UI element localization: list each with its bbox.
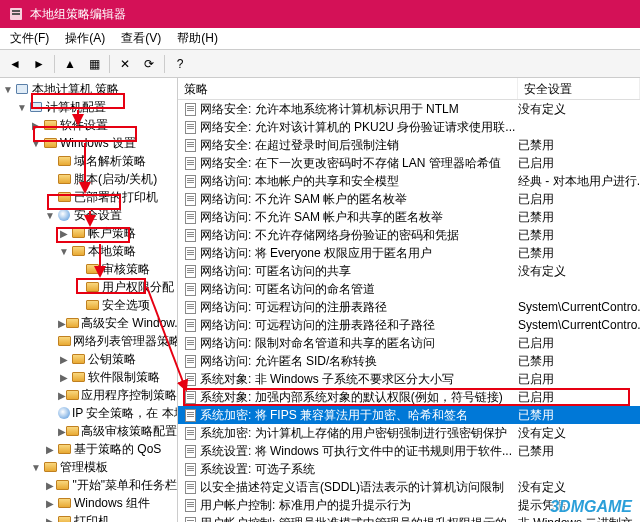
policy-icon <box>182 336 198 350</box>
expand-icon[interactable]: ▶ <box>44 444 56 455</box>
expand-icon[interactable]: ▶ <box>58 390 66 401</box>
list-row[interactable]: 系统设置: 将 Windows 可执行文件中的证书规则用于软件...已禁用 <box>178 442 640 460</box>
tree-pane[interactable]: ▼本地计算机 策略▼计算机配置▶软件设置▼Windows 设置域名解析策略脚本(… <box>0 78 178 522</box>
tree-item[interactable]: IP 安全策略，在 本地 <box>0 404 177 422</box>
expand-icon[interactable]: ▶ <box>58 228 70 239</box>
expand-icon[interactable]: ▼ <box>30 138 42 149</box>
expand-icon[interactable]: ▼ <box>44 210 56 221</box>
policy-name: 网络访问: 不允许 SAM 帐户的匿名枚举 <box>200 191 518 208</box>
expand-icon[interactable]: ▶ <box>30 120 42 131</box>
list-row[interactable]: 系统设置: 可选子系统 <box>178 460 640 478</box>
policy-value: 非 Windows 二进制文... <box>518 515 640 523</box>
expand-icon[interactable]: ▼ <box>30 462 42 473</box>
help-button[interactable]: ? <box>169 53 191 75</box>
tree-item[interactable]: ▼计算机配置 <box>0 98 177 116</box>
col-header-policy[interactable]: 策略 <box>178 78 518 99</box>
list-row[interactable]: 网络访问: 允许匿名 SID/名称转换已禁用 <box>178 352 640 370</box>
tree-item[interactable]: ▶"开始"菜单和任务栏 <box>0 476 177 494</box>
tree-item[interactable]: ▼管理模板 <box>0 458 177 476</box>
policy-icon <box>182 408 198 422</box>
list-pane[interactable]: 策略 安全设置 网络安全: 允许本地系统将计算机标识用于 NTLM没有定义网络安… <box>178 78 640 522</box>
tree-item[interactable]: ▶高级安全 Window... <box>0 314 177 332</box>
expand-icon[interactable]: ▶ <box>58 372 70 383</box>
list-row[interactable]: 网络访问: 可远程访问的注册表路径System\CurrentContro... <box>178 298 640 316</box>
tree-item[interactable]: ▼本地计算机 策略 <box>0 80 177 98</box>
list-row[interactable]: 系统对象: 非 Windows 子系统不要求区分大小写已启用 <box>178 370 640 388</box>
export-button[interactable]: ✕ <box>114 53 136 75</box>
tree-item[interactable]: 脚本(启动/关机) <box>0 170 177 188</box>
tree-item[interactable]: ▶Windows 组件 <box>0 494 177 512</box>
list-row[interactable]: 以安全描述符定义语言(SDDL)语法表示的计算机访问限制没有定义 <box>178 478 640 496</box>
separator <box>164 55 165 73</box>
tree-item[interactable]: 审核策略 <box>0 260 177 278</box>
window-title: 本地组策略编辑器 <box>30 6 126 23</box>
expand-icon[interactable]: ▼ <box>2 84 14 95</box>
tree-label: Windows 设置 <box>60 135 136 152</box>
list-row[interactable]: 系统加密: 为计算机上存储的用户密钥强制进行强密钥保护没有定义 <box>178 424 640 442</box>
tree-label: 管理模板 <box>60 459 108 476</box>
list-row[interactable]: 网络访问: 将 Everyone 权限应用于匿名用户已禁用 <box>178 244 640 262</box>
list-row[interactable]: 网络访问: 可匿名访问的命名管道 <box>178 280 640 298</box>
refresh-button[interactable]: ⟳ <box>138 53 160 75</box>
menu-help[interactable]: 帮助(H) <box>171 28 224 49</box>
expand-icon[interactable]: ▶ <box>58 426 66 437</box>
list-row[interactable]: 网络访问: 可匿名访问的共享没有定义 <box>178 262 640 280</box>
back-button[interactable]: ◄ <box>4 53 26 75</box>
forward-button[interactable]: ► <box>28 53 50 75</box>
expand-icon[interactable]: ▼ <box>16 102 28 113</box>
expand-icon[interactable]: ▶ <box>44 516 56 523</box>
tree-item[interactable]: 已部署的打印机 <box>0 188 177 206</box>
list-row[interactable]: 系统对象: 加强内部系统对象的默认权限(例如，符号链接)已启用 <box>178 388 640 406</box>
tree-label: 应用程序控制策略 <box>81 387 177 404</box>
list-row[interactable]: 网络访问: 不允许存储网络身份验证的密码和凭据已禁用 <box>178 226 640 244</box>
up-button[interactable]: ▲ <box>59 53 81 75</box>
list-row[interactable]: 网络访问: 不允许 SAM 帐户和共享的匿名枚举已禁用 <box>178 208 640 226</box>
tree-item[interactable]: ▶软件设置 <box>0 116 177 134</box>
list-row[interactable]: 网络安全: 允许对该计算机的 PKU2U 身份验证请求使用联... <box>178 118 640 136</box>
tree-item[interactable]: ▼安全设置 <box>0 206 177 224</box>
tree-item[interactable]: ▶软件限制策略 <box>0 368 177 386</box>
tree-item[interactable]: 域名解析策略 <box>0 152 177 170</box>
list-row[interactable]: 网络访问: 本地帐户的共享和安全模型经典 - 对本地用户进行... <box>178 172 640 190</box>
policy-name: 以安全描述符定义语言(SDDL)语法表示的计算机访问限制 <box>200 479 518 496</box>
list-row[interactable]: 网络安全: 在下一次更改密码时不存储 LAN 管理器哈希值已启用 <box>178 154 640 172</box>
folder-icon <box>84 280 100 294</box>
list-row[interactable]: 网络访问: 不允许 SAM 帐户的匿名枚举已启用 <box>178 190 640 208</box>
list-row[interactable]: 系统加密: 将 FIPS 兼容算法用于加密、哈希和签名已禁用 <box>178 406 640 424</box>
list-row[interactable]: 网络访问: 可远程访问的注册表路径和子路径System\CurrentContr… <box>178 316 640 334</box>
expand-icon[interactable]: ▶ <box>44 480 55 491</box>
tree-item[interactable]: ▶帐户策略 <box>0 224 177 242</box>
tree-item[interactable]: ▶打印机 <box>0 512 177 522</box>
show-hide-button[interactable]: ▦ <box>83 53 105 75</box>
policy-icon <box>182 120 198 134</box>
list-row[interactable]: 网络安全: 允许本地系统将计算机标识用于 NTLM没有定义 <box>178 100 640 118</box>
tree-label: 基于策略的 QoS <box>74 441 161 458</box>
expand-icon[interactable]: ▶ <box>58 354 70 365</box>
list-row[interactable]: 用户帐户控制: 管理员批准模式中管理员的提升权限提示的...非 Windows … <box>178 514 640 522</box>
policy-value: 已禁用 <box>518 353 640 370</box>
tree-label: "开始"菜单和任务栏 <box>72 477 177 494</box>
tree-item[interactable]: ▶公钥策略 <box>0 350 177 368</box>
expand-icon[interactable]: ▶ <box>44 498 56 509</box>
expand-icon[interactable]: ▼ <box>58 246 70 257</box>
tree-item[interactable]: 用户权限分配 <box>0 278 177 296</box>
list-header: 策略 安全设置 <box>178 78 640 100</box>
expand-icon[interactable]: ▶ <box>58 318 66 329</box>
menu-file[interactable]: 文件(F) <box>4 28 55 49</box>
policy-name: 网络访问: 可匿名访问的命名管道 <box>200 281 518 298</box>
tree-item[interactable]: 网络列表管理器策略 <box>0 332 177 350</box>
tree-item[interactable]: ▼本地策略 <box>0 242 177 260</box>
menu-view[interactable]: 查看(V) <box>115 28 167 49</box>
tree-item[interactable]: 安全选项 <box>0 296 177 314</box>
list-row[interactable]: 用户帐户控制: 标准用户的提升提示行为提示凭据 <box>178 496 640 514</box>
folder-icon <box>84 262 100 276</box>
col-header-setting[interactable]: 安全设置 <box>518 78 640 99</box>
tree-label: 脚本(启动/关机) <box>74 171 157 188</box>
tree-item[interactable]: ▼Windows 设置 <box>0 134 177 152</box>
tree-item[interactable]: ▶应用程序控制策略 <box>0 386 177 404</box>
menu-action[interactable]: 操作(A) <box>59 28 111 49</box>
list-row[interactable]: 网络安全: 在超过登录时间后强制注销已禁用 <box>178 136 640 154</box>
list-row[interactable]: 网络访问: 限制对命名管道和共享的匿名访问已启用 <box>178 334 640 352</box>
tree-item[interactable]: ▶基于策略的 QoS <box>0 440 177 458</box>
tree-item[interactable]: ▶高级审核策略配置 <box>0 422 177 440</box>
